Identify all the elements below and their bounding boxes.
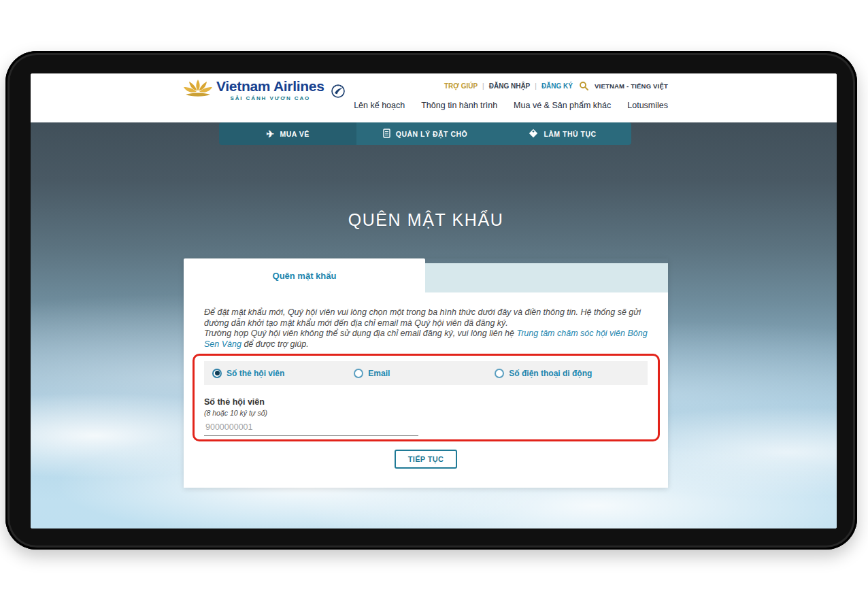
member-card-field-label: Số thẻ hội viên (204, 397, 648, 407)
quickbar-buy-ticket[interactable]: ✈ MUA VÉ (219, 122, 356, 145)
radio-phone[interactable] (495, 369, 504, 378)
quickbar-buy-ticket-label: MUA VÉ (280, 130, 309, 138)
main-nav: Lên kế hoạch Thông tin hành trình Mua vé… (354, 101, 668, 110)
intro-line2-prefix: Trường hợp Quý hội viên không thể sử dụn… (204, 329, 516, 338)
option-member-card[interactable]: Số thẻ hội viên (212, 369, 284, 378)
intro-text: Để đặt mật khẩu mới, Quý hội viên vui lò… (204, 307, 648, 350)
quickbar-check-in[interactable]: LÀM THỦ TỤC (494, 122, 631, 145)
quickbar-manage-booking[interactable]: QUẢN LÝ ĐẶT CHỖ (356, 122, 494, 145)
plane-icon: ✈ (266, 129, 274, 139)
cloud-background: ✈ MUA VÉ QUẢN LÝ ĐẶT CHỖ (31, 122, 837, 528)
member-card-field-hint: (8 hoặc 10 ký tự số) (204, 409, 648, 417)
brand-name: Vietnam Airlines (216, 78, 324, 95)
card-body: Để đặt mật khẩu mới, Quý hội viên vui lò… (184, 292, 668, 488)
continue-button[interactable]: TIẾP TỤC (395, 450, 457, 469)
separator: | (482, 82, 484, 90)
utility-links: TRỢ GIÚP | ĐĂNG NHẬP | ĐĂNG KÝ VIETNAM -… (444, 81, 668, 90)
radio-email[interactable] (354, 369, 363, 378)
browser-screen: Vietnam Airlines SẢI CÁNH VƯƠN CAO TRỢ G… (31, 73, 837, 528)
intro-line1: Để đặt mật khẩu mới, Quý hội viên vui lò… (204, 307, 641, 328)
recovery-option-bar: Số thẻ hội viên Email Số điện thoại di đ… (204, 361, 648, 385)
nav-buy-products[interactable]: Mua vé & Sản phẩm khác (514, 101, 611, 110)
separator: | (535, 82, 537, 90)
tab-row: Quên mật khẩu (184, 258, 668, 292)
option-phone-label: Số điện thoại di động (509, 369, 592, 378)
option-phone[interactable]: Số điện thoại di động (495, 369, 592, 378)
login-link[interactable]: ĐĂNG NHẬP (489, 82, 531, 90)
nav-trip-info[interactable]: Thông tin hành trình (421, 101, 497, 110)
quickbar-check-in-label: LÀM THỦ TỤC (544, 130, 596, 138)
help-link[interactable]: TRỢ GIÚP (444, 82, 478, 90)
radio-member-card[interactable] (212, 369, 222, 378)
lotus-icon (184, 78, 215, 104)
tablet-frame: Vietnam Airlines SẢI CÁNH VƯƠN CAO TRỢ G… (5, 51, 857, 550)
quickbar-manage-booking-label: QUẢN LÝ ĐẶT CHỖ (396, 130, 468, 138)
intro-line2-suffix: để được trợ giúp. (241, 339, 309, 349)
option-member-card-label: Số thẻ hội viên (227, 369, 284, 378)
tab-forgot-password[interactable]: Quên mật khẩu (184, 258, 425, 292)
search-icon[interactable] (579, 81, 588, 90)
site-header: Vietnam Airlines SẢI CÁNH VƯƠN CAO TRỢ G… (31, 73, 837, 116)
booking-icon (383, 129, 390, 139)
brand-tagline: SẢI CÁNH VƯƠN CAO (216, 95, 324, 101)
option-email[interactable]: Email (354, 369, 390, 378)
locale-selector[interactable]: VIETNAM - TIẾNG VIỆT (595, 82, 668, 90)
logo-text: Vietnam Airlines SẢI CÁNH VƯƠN CAO (216, 78, 324, 101)
option-email-label: Email (368, 369, 390, 378)
skyteam-icon (330, 82, 346, 101)
page-title: QUÊN MẬT KHẨU (184, 210, 668, 230)
tab-inactive-area[interactable] (425, 263, 668, 292)
register-link[interactable]: ĐĂNG KÝ (541, 82, 573, 90)
nav-lotusmiles[interactable]: Lotusmiles (627, 101, 668, 110)
quick-action-bar: ✈ MUA VÉ QUẢN LÝ ĐẶT CHỖ (219, 122, 631, 145)
member-card-input[interactable] (204, 421, 418, 436)
forgot-password-card: Quên mật khẩu Để đặt mật khẩu mới, Quý h… (184, 258, 668, 488)
header-right: TRỢ GIÚP | ĐĂNG NHẬP | ĐĂNG KÝ VIETNAM -… (354, 73, 668, 116)
tag-icon (529, 129, 538, 139)
tab-forgot-password-label: Quên mật khẩu (273, 271, 337, 281)
vietnam-airlines-logo[interactable]: Vietnam Airlines SẢI CÁNH VƯƠN CAO (184, 73, 346, 116)
nav-plan[interactable]: Lên kế hoạch (354, 101, 405, 110)
